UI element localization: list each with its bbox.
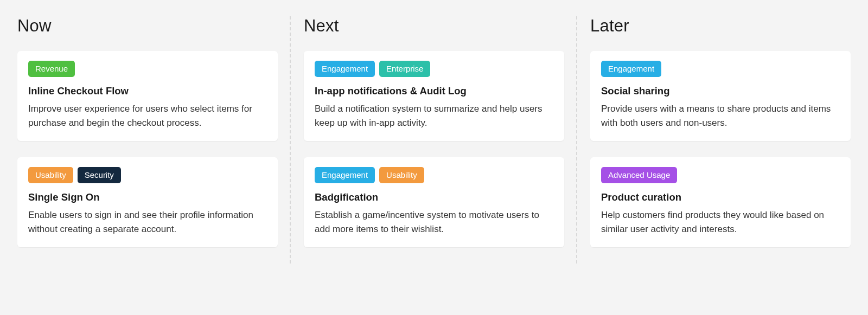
tag-list: Engagement Enterprise: [315, 61, 553, 77]
card-title: Product curation: [601, 191, 840, 204]
column-title: Later: [590, 16, 851, 36]
card-description: Enable users to sign in and see their pr…: [28, 208, 267, 237]
card-title: Inline Checkout Flow: [28, 85, 267, 98]
tag-list: Engagement Usability: [315, 167, 553, 183]
card-description: Help customers find products they would …: [601, 208, 840, 237]
column-later: Later Engagement Social sharing Provide …: [577, 16, 851, 263]
roadmap-board: Now Revenue Inline Checkout Flow Improve…: [17, 16, 851, 263]
card-description: Establish a game/incentive system to mot…: [315, 208, 553, 237]
tag-list: Advanced Usage: [601, 167, 840, 183]
tag-engagement[interactable]: Engagement: [315, 61, 375, 77]
column-title: Next: [304, 16, 564, 36]
card-title: In-app notifications & Audit Log: [315, 85, 553, 98]
card-description: Provide users with a means to share prod…: [601, 102, 840, 131]
column-next: Next Engagement Enterprise In-app notifi…: [291, 16, 577, 263]
column-title: Now: [17, 16, 278, 36]
roadmap-card[interactable]: Engagement Usability Badgification Estab…: [304, 157, 564, 247]
roadmap-card[interactable]: Engagement Enterprise In-app notificatio…: [304, 51, 564, 141]
tag-revenue[interactable]: Revenue: [28, 61, 75, 77]
tag-engagement[interactable]: Engagement: [315, 167, 375, 183]
roadmap-card[interactable]: Engagement Social sharing Provide users …: [590, 51, 851, 141]
tag-enterprise[interactable]: Enterprise: [379, 61, 430, 77]
card-title: Social sharing: [601, 85, 840, 98]
tag-advanced-usage[interactable]: Advanced Usage: [601, 167, 677, 183]
card-title: Single Sign On: [28, 191, 267, 204]
roadmap-card[interactable]: Revenue Inline Checkout Flow Improve use…: [17, 51, 278, 141]
card-description: Improve user experience for users who se…: [28, 102, 267, 131]
column-now: Now Revenue Inline Checkout Flow Improve…: [17, 16, 291, 263]
tag-usability[interactable]: Usability: [379, 167, 424, 183]
tag-usability[interactable]: Usability: [28, 167, 73, 183]
card-title: Badgification: [315, 191, 553, 204]
tag-security[interactable]: Security: [78, 167, 121, 183]
roadmap-card[interactable]: Advanced Usage Product curation Help cus…: [590, 157, 851, 247]
tag-engagement[interactable]: Engagement: [601, 61, 661, 77]
card-description: Build a notification system to summarize…: [315, 102, 553, 131]
tag-list: Engagement: [601, 61, 840, 77]
tag-list: Usability Security: [28, 167, 267, 183]
tag-list: Revenue: [28, 61, 267, 77]
roadmap-card[interactable]: Usability Security Single Sign On Enable…: [17, 157, 278, 247]
